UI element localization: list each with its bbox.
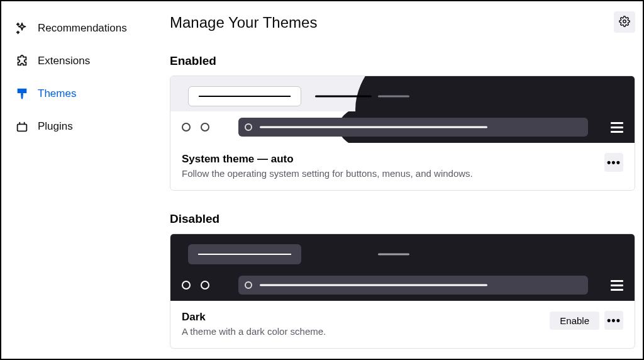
svg-rect-0 <box>18 124 27 131</box>
sidebar-item-extensions[interactable]: Extensions <box>9 45 137 77</box>
sidebar-item-plugins[interactable]: Plugins <box>9 111 137 142</box>
theme-more-button[interactable]: ••• <box>604 311 623 330</box>
plugin-icon <box>15 120 29 133</box>
puzzle-icon <box>15 54 29 68</box>
sidebar-item-label: Extensions <box>38 55 90 67</box>
settings-button[interactable] <box>614 11 635 33</box>
sidebar: Recommendations Extensions Themes Plugin… <box>1 1 145 359</box>
sidebar-item-recommendations[interactable]: Recommendations <box>9 13 137 44</box>
page-title: Manage Your Themes <box>170 14 317 31</box>
header-row: Manage Your Themes <box>170 11 635 33</box>
theme-preview-system[interactable] <box>170 76 635 143</box>
gear-icon <box>619 16 630 29</box>
theme-card-system: System theme — auto Follow the operating… <box>170 76 635 191</box>
sidebar-item-label: Recommendations <box>38 22 127 35</box>
svg-point-1 <box>623 20 626 23</box>
theme-more-button[interactable]: ••• <box>604 153 623 172</box>
section-enabled-heading: Enabled <box>170 54 635 68</box>
sparkle-icon <box>15 21 29 35</box>
sidebar-item-themes[interactable]: Themes <box>9 78 137 110</box>
theme-name: System theme — auto <box>182 153 597 166</box>
paintbrush-icon <box>15 87 29 101</box>
theme-description: A theme with a dark color scheme. <box>182 326 542 337</box>
theme-info: Dark A theme with a dark color scheme. E… <box>170 301 635 348</box>
section-disabled-heading: Disabled <box>170 212 635 226</box>
sidebar-item-label: Themes <box>38 87 76 100</box>
theme-card-dark: Dark A theme with a dark color scheme. E… <box>170 233 635 349</box>
sidebar-item-label: Plugins <box>38 120 73 133</box>
theme-name: Dark <box>182 311 542 323</box>
theme-preview-dark[interactable] <box>170 234 635 301</box>
enable-button[interactable]: Enable <box>550 312 599 330</box>
main-content: Manage Your Themes Enabled <box>145 1 643 359</box>
theme-description: Follow the operating system setting for … <box>182 168 597 179</box>
theme-info: System theme — auto Follow the operating… <box>170 143 635 190</box>
